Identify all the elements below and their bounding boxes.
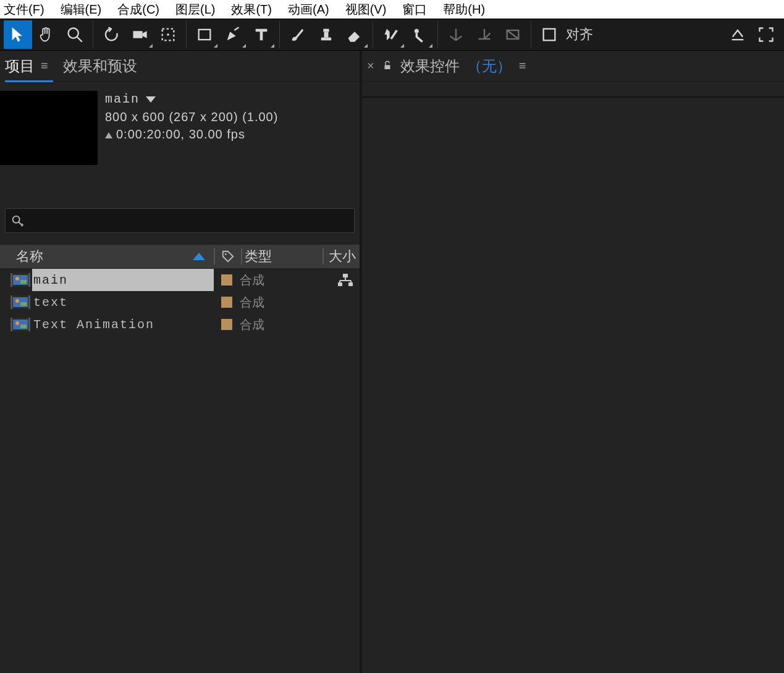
menu-edit[interactable]: 编辑(E) <box>61 1 102 18</box>
asset-name: Text Animation <box>32 313 214 336</box>
orbit-tool[interactable] <box>97 20 125 49</box>
column-name[interactable]: 名称 <box>0 247 214 266</box>
comp-name-row[interactable]: main <box>105 91 278 108</box>
local-axis-tool[interactable] <box>442 20 470 49</box>
clone-stamp-tool[interactable] <box>312 20 340 49</box>
asset-name: main <box>32 269 214 291</box>
asset-table-body: main 合成 text 合成 Text Ani <box>0 269 360 673</box>
svg-rect-7 <box>321 38 331 41</box>
search-help-tool[interactable] <box>723 20 752 49</box>
menu-comp[interactable]: 合成(C) <box>117 1 159 18</box>
svg-point-45 <box>15 321 19 325</box>
asset-name: text <box>32 291 214 313</box>
menu-view[interactable]: 视图(V) <box>345 1 387 18</box>
svg-point-39 <box>15 299 19 303</box>
svg-line-16 <box>484 33 490 39</box>
snap-toggle[interactable] <box>535 20 563 49</box>
align-label: 对齐 <box>566 25 593 44</box>
comp-icon <box>0 291 32 313</box>
column-tag[interactable] <box>215 250 241 263</box>
comp-icon <box>0 269 32 291</box>
maximize-frame-tool[interactable] <box>752 20 780 49</box>
world-axis-tool[interactable] <box>470 20 499 49</box>
project-panel: 项目 ≡ 效果和预设 main 800 x 600 (267 x 200) (1… <box>0 51 362 673</box>
menu-effect[interactable]: 效果(T) <box>231 1 272 18</box>
puppet-pin-tool[interactable] <box>405 20 434 49</box>
hand-tool[interactable] <box>32 20 61 49</box>
svg-rect-19 <box>544 29 555 41</box>
flowchart-icon[interactable] <box>320 273 360 287</box>
svg-rect-47 <box>11 318 12 331</box>
menu-bar: 文件(F) 编辑(E) 合成(C) 图层(L) 效果(T) 动画(A) 视图(V… <box>0 0 784 19</box>
effect-controls-body <box>362 96 784 673</box>
svg-line-18 <box>507 30 519 39</box>
panel-menu-icon[interactable]: ≡ <box>41 59 48 73</box>
tab-effects-presets[interactable]: 效果和预设 <box>63 56 137 76</box>
svg-rect-8 <box>324 32 329 37</box>
menu-help[interactable]: 帮助(H) <box>443 1 485 18</box>
svg-rect-41 <box>11 295 12 309</box>
tab-project[interactable]: 项目 ≡ <box>5 56 48 76</box>
svg-point-23 <box>225 253 227 255</box>
close-tab-icon[interactable]: × <box>367 59 374 73</box>
selection-tool[interactable] <box>4 20 32 49</box>
asset-row[interactable]: main 合成 <box>0 269 360 291</box>
svg-rect-28 <box>11 273 12 287</box>
svg-line-12 <box>450 36 456 40</box>
comp-duration-fps: 0:00:20:00, 30.00 fps <box>105 125 278 143</box>
text-tool[interactable] <box>247 20 276 49</box>
comp-thumbnail[interactable] <box>0 91 98 165</box>
asset-type: 合成 <box>240 272 320 289</box>
svg-rect-5 <box>199 30 211 40</box>
comp-dimensions: 800 x 600 (267 x 200) (1.00) <box>105 108 278 125</box>
asset-tag[interactable] <box>214 319 240 330</box>
pan-behind-tool[interactable] <box>154 20 182 49</box>
svg-point-4 <box>167 33 169 36</box>
svg-point-10 <box>415 29 419 33</box>
menu-window[interactable]: 窗口 <box>402 1 427 18</box>
project-search-input[interactable] <box>28 214 349 227</box>
comp-info: main 800 x 600 (267 x 200) (1.00) 0:00:2… <box>0 82 360 169</box>
pen-tool[interactable] <box>219 20 247 49</box>
comp-name: main <box>105 91 140 108</box>
comp-icon <box>0 313 32 336</box>
zoom-tool[interactable] <box>61 20 89 49</box>
svg-rect-42 <box>28 295 30 309</box>
column-type[interactable]: 类型 <box>242 247 322 266</box>
camera-tool[interactable] <box>125 20 154 49</box>
asset-tag[interactable] <box>214 297 240 308</box>
asset-type: 合成 <box>240 316 320 333</box>
tool-bar: 对齐 <box>0 19 784 51</box>
view-axis-tool[interactable] <box>499 20 527 49</box>
rectangle-tool[interactable] <box>190 20 219 49</box>
snap-align-group: 对齐 <box>535 20 593 49</box>
menu-anim[interactable]: 动画(A) <box>288 1 329 18</box>
svg-line-22 <box>19 222 22 226</box>
svg-rect-9 <box>323 29 329 32</box>
menu-layer[interactable]: 图层(L) <box>175 1 215 18</box>
asset-row[interactable]: text 合成 <box>0 291 360 313</box>
svg-line-13 <box>456 36 462 40</box>
project-search[interactable] <box>5 208 355 233</box>
tab-project-label: 项目 <box>5 56 35 76</box>
asset-tag[interactable] <box>214 274 240 286</box>
panel-menu-icon[interactable]: ≡ <box>519 59 526 73</box>
menu-file[interactable]: 文件(F) <box>4 1 44 18</box>
eraser-tool[interactable] <box>340 20 369 49</box>
tag-icon <box>221 250 235 263</box>
brush-tool[interactable] <box>284 20 312 49</box>
svg-rect-32 <box>348 282 353 286</box>
roto-brush-tool[interactable] <box>377 20 405 49</box>
chevron-down-icon[interactable] <box>146 96 156 103</box>
lock-icon[interactable] <box>382 57 393 75</box>
svg-rect-30 <box>343 274 348 277</box>
column-size[interactable]: 大小 <box>324 247 360 266</box>
right-tab-bar: × 效果控件 （无） ≡ <box>362 51 784 82</box>
effect-controls-title: 效果控件 <box>400 56 460 76</box>
svg-rect-31 <box>338 282 342 286</box>
svg-rect-29 <box>28 273 30 287</box>
tab-effects-presets-label: 效果和预设 <box>63 56 137 76</box>
left-tab-bar: 项目 ≡ 效果和预设 <box>0 51 360 82</box>
svg-rect-40 <box>20 302 27 306</box>
asset-row[interactable]: Text Animation 合成 <box>0 313 360 336</box>
